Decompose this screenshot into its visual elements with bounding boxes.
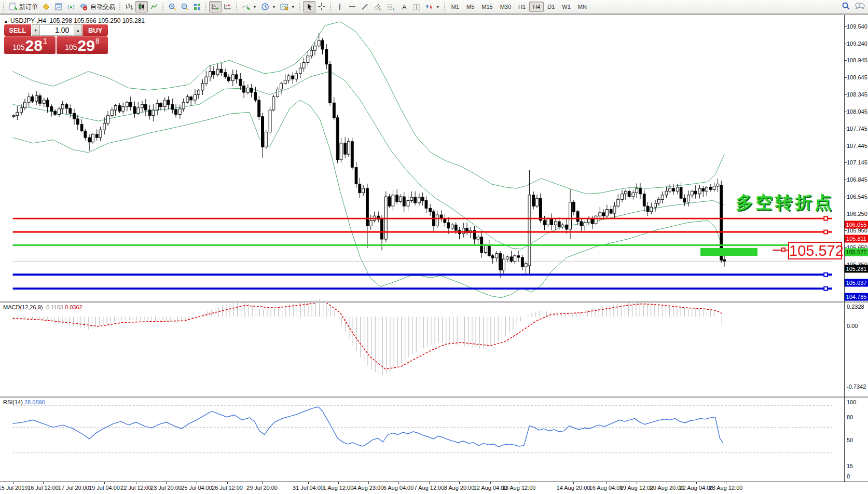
- new-order-button[interactable]: 新订单: [7, 1, 40, 12]
- time-tick-label: 16 Aug 04:00: [589, 485, 623, 491]
- new-chart-button[interactable]: [52, 1, 65, 12]
- toolbar-grip[interactable]: [299, 2, 301, 11]
- indicators-button[interactable]: ▼: [240, 1, 259, 12]
- line-chart-button[interactable]: [148, 1, 160, 12]
- search-icon[interactable]: [842, 2, 850, 12]
- text-label-tool-button[interactable]: T: [410, 1, 423, 12]
- time-axis[interactable]: 15 Jul 201916 Jul 12:0017 Jul 20:0019 Ju…: [0, 482, 868, 494]
- chart-window-icon: [54, 3, 63, 11]
- highlight-rectangle-object[interactable]: [700, 248, 757, 256]
- volume-increase-button[interactable]: ▲: [74, 24, 82, 36]
- macd-label: MACD(12,26,9) -0.1103 0.0362: [3, 304, 82, 310]
- text-tool-button[interactable]: A: [398, 1, 410, 12]
- zoom-in-button[interactable]: [166, 1, 178, 12]
- time-tick-mark: [398, 482, 399, 484]
- zoom-in-icon: [168, 3, 176, 11]
- vertical-line-icon: [336, 3, 344, 11]
- tile-windows-button[interactable]: [191, 1, 203, 12]
- mql-market-button[interactable]: [40, 1, 52, 12]
- timeframe-m1-button[interactable]: M1: [448, 2, 463, 12]
- price-label-handle[interactable]: [781, 248, 786, 252]
- price-tick-label: 107.745: [847, 126, 867, 132]
- chinese-annotation-text[interactable]: 多空转折点: [736, 191, 834, 214]
- templates-button[interactable]: ▼: [278, 1, 297, 12]
- chart-shift-button[interactable]: [222, 1, 234, 12]
- ask-figure: 105: [65, 43, 77, 51]
- time-tick-label: 1 Aug 12:00: [323, 485, 354, 491]
- timeframe-h4-button[interactable]: H4: [529, 2, 544, 12]
- trendline-tool-button[interactable]: [359, 1, 371, 12]
- time-tick-label: 4 Aug 23:00: [353, 485, 384, 491]
- bar-chart-button[interactable]: [123, 1, 135, 12]
- toolbar-grip[interactable]: [329, 2, 332, 11]
- time-tick-label: 19 Aug 12:00: [620, 485, 654, 491]
- time-tick-mark: [573, 482, 574, 484]
- arrows-icon: [425, 3, 433, 11]
- line-chart-icon: [150, 3, 158, 11]
- ask-price-panel[interactable]: 105 29 8: [57, 36, 108, 54]
- auto-scroll-button[interactable]: [209, 1, 222, 12]
- arrows-tool-button[interactable]: ▼: [423, 1, 442, 12]
- toolbar-grip[interactable]: [119, 2, 121, 11]
- autotrade-button[interactable]: 自动交易: [77, 1, 117, 12]
- vertical-line-tool-button[interactable]: [334, 1, 346, 12]
- cursor-button[interactable]: [303, 1, 315, 12]
- line-handle[interactable]: [824, 273, 828, 277]
- periods-button[interactable]: ▼: [259, 1, 278, 12]
- timeframe-d1-button[interactable]: D1: [544, 2, 558, 12]
- macd-scale-label: 0.00: [847, 323, 858, 329]
- bid-figure: 105: [12, 43, 24, 51]
- volume-decrease-button[interactable]: ▼: [32, 24, 40, 36]
- one-click-trading-panel: SELL ▼ 1.00 ▲ BUY 105 28 1 105 29 8: [4, 24, 108, 54]
- panel-splitter-rsi[interactable]: [0, 396, 868, 398]
- time-tick-mark: [490, 482, 491, 484]
- timeframe-h1-button[interactable]: H1: [515, 2, 529, 12]
- fibonacci-tool-button[interactable]: F: [384, 1, 398, 12]
- toolbar-grip[interactable]: [236, 2, 238, 11]
- chart-title: ▲USDJPY-,H4 105.298 105.566 105.250 105.…: [4, 17, 145, 24]
- line-handle[interactable]: [824, 230, 828, 234]
- rsi-line: [13, 407, 724, 447]
- buy-button[interactable]: BUY: [82, 24, 108, 36]
- horizontal-line-tool-button[interactable]: [346, 1, 359, 12]
- rsi-scale-label: 0: [847, 473, 850, 479]
- time-tick-mark: [227, 482, 228, 484]
- macd-scale-label: 0.2328: [847, 304, 864, 310]
- channel-tool-button[interactable]: E: [371, 1, 384, 12]
- toolbar-grip[interactable]: [3, 2, 5, 11]
- crosshair-button[interactable]: [315, 1, 328, 12]
- chevron-down-icon: ▼: [291, 5, 295, 9]
- line-handle[interactable]: [824, 287, 828, 291]
- toolbar-grip[interactable]: [444, 2, 446, 11]
- price-tick-label: 108.045: [847, 108, 867, 115]
- panel-splitter-macd[interactable]: [0, 301, 868, 303]
- candlestick-chart-button[interactable]: [135, 1, 148, 12]
- macd-histogram: [14, 299, 722, 375]
- bollinger-bands: [13, 22, 724, 298]
- time-tick-label: 20 Aug 20:00: [650, 485, 684, 491]
- toolbar-grip[interactable]: [205, 2, 208, 11]
- chevron-down-icon: ▼: [272, 5, 276, 9]
- time-tick-label: 7 Aug 12:00: [414, 485, 445, 491]
- auto-scroll-icon: [211, 3, 219, 11]
- ask-point: 8: [95, 37, 100, 45]
- timeframe-m5-button[interactable]: M5: [463, 2, 478, 12]
- price-tick-label: 106.845: [847, 176, 867, 183]
- chevron-down-icon: ▼: [436, 5, 440, 9]
- sell-button[interactable]: SELL: [4, 24, 31, 36]
- collapse-panel-arrow[interactable]: ▲: [4, 19, 8, 24]
- volume-input[interactable]: 1.00: [40, 24, 74, 36]
- zoom-out-button[interactable]: [178, 1, 191, 12]
- timeframe-m15-button[interactable]: M15: [478, 2, 496, 12]
- toolbar-grip[interactable]: [162, 2, 164, 11]
- big-price-label[interactable]: 105.572: [788, 242, 842, 259]
- line-handle[interactable]: [824, 217, 828, 221]
- chat-icon[interactable]: [855, 2, 865, 12]
- macd-scale-label: -0.7342: [847, 383, 866, 390]
- bid-price-panel[interactable]: 105 28 1: [4, 36, 56, 54]
- rsi-scale-label: 50: [847, 437, 853, 443]
- signals-button[interactable]: [65, 1, 77, 12]
- timeframe-m30-button[interactable]: M30: [497, 2, 515, 12]
- timeframe-mn-button[interactable]: MN: [574, 2, 590, 12]
- timeframe-w1-button[interactable]: W1: [558, 2, 574, 12]
